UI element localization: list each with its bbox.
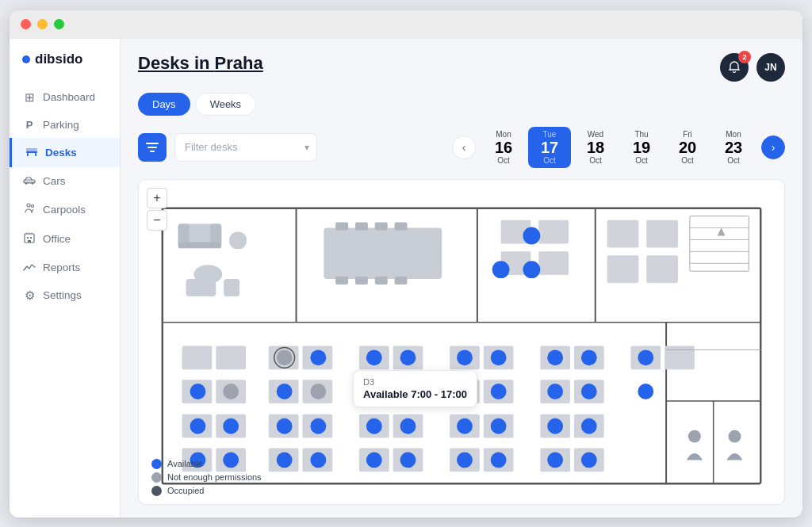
svg-point-129 (457, 418, 473, 433)
notification-button[interactable]: 2 (720, 53, 749, 82)
svg-rect-13 (146, 143, 159, 144)
legend-dot-available (151, 459, 162, 469)
date-cell-wed18[interactable]: Wed 18 Oct (574, 127, 617, 168)
prev-date-button[interactable]: ‹ (452, 136, 476, 159)
parking-icon: P (22, 119, 36, 131)
legend-label-occupied: Occupied (167, 486, 204, 495)
svg-point-109 (277, 349, 293, 365)
svg-point-6 (32, 182, 33, 184)
svg-rect-0 (26, 151, 37, 153)
sidebar-item-dashboard[interactable]: ⊞ Dashboard (10, 83, 120, 112)
svg-point-134 (581, 349, 597, 365)
sidebar-label-dashboard: Dashboard (43, 91, 95, 103)
svg-point-112 (310, 384, 326, 399)
sidebar-item-office[interactable]: Office (10, 224, 120, 254)
svg-point-99 (729, 430, 741, 442)
titlebar (10, 10, 802, 39)
maximize-btn[interactable] (54, 19, 64, 29)
logo-dot (22, 55, 30, 63)
legend-dot-occupied (151, 486, 162, 496)
svg-point-5 (25, 182, 27, 184)
zoom-out-button[interactable]: − (147, 210, 167, 231)
zoom-in-button[interactable]: + (147, 188, 167, 208)
svg-point-105 (190, 418, 206, 433)
svg-point-132 (491, 452, 507, 468)
legend-label-available: Available (167, 459, 202, 468)
desk-tooltip: D3 Available 7:00 - 17:00 (353, 370, 477, 407)
filter-select-wrapper[interactable]: Filter desks ▾ (174, 133, 317, 162)
svg-rect-50 (216, 346, 246, 369)
avatar: JN (756, 53, 785, 82)
svg-point-128 (491, 384, 507, 399)
svg-rect-35 (335, 277, 348, 285)
svg-point-106 (223, 418, 239, 433)
sidebar-item-settings[interactable]: ⚙ Settings (10, 281, 120, 310)
svg-rect-14 (147, 147, 157, 148)
close-btn[interactable] (21, 19, 31, 29)
tooltip-desk-id: D3 (363, 377, 467, 387)
svg-rect-91 (690, 216, 749, 270)
reports-icon (22, 261, 36, 274)
svg-point-8 (32, 204, 34, 207)
legend: Available Not enough permissions Occupie… (151, 459, 262, 496)
date-navigation: ‹ Mon 16 Oct Tue 17 Oct We (452, 127, 785, 168)
sidebar-item-cars[interactable]: Cars (10, 167, 120, 195)
sidebar-item-parking[interactable]: P Parking (10, 112, 120, 138)
filter-icon-button[interactable] (138, 133, 167, 162)
svg-point-100 (523, 227, 540, 244)
svg-rect-1 (27, 153, 29, 156)
floorplan-wrapper: + − (138, 179, 785, 505)
svg-rect-42 (646, 255, 678, 283)
date-cell-fri20[interactable]: Fri 20 Oct (666, 127, 709, 168)
sidebar-item-desks[interactable]: Desks (10, 138, 120, 167)
logo-text: dibsido (35, 52, 82, 67)
dashboard-icon: ⊞ (22, 90, 36, 105)
svg-point-98 (688, 430, 701, 442)
svg-point-136 (581, 384, 597, 399)
date-cell-mon16[interactable]: Mon 16 Oct (482, 127, 525, 168)
svg-point-133 (547, 349, 563, 365)
svg-rect-46 (538, 220, 569, 243)
sidebar-item-reports[interactable]: Reports (10, 254, 120, 281)
sidebar-item-carpools[interactable]: Carpools (10, 195, 120, 224)
svg-point-116 (310, 452, 326, 468)
sidebar-label-settings: Settings (43, 289, 82, 301)
svg-point-104 (223, 384, 239, 399)
next-date-button[interactable]: › (761, 136, 785, 159)
svg-point-122 (400, 418, 416, 433)
date-cell-tue17[interactable]: Tue 17 Oct (528, 127, 571, 168)
svg-rect-28 (229, 231, 247, 249)
date-cell-mon23[interactable]: Mon 23 Oct (712, 127, 755, 168)
minimize-btn[interactable] (37, 19, 48, 29)
svg-point-130 (491, 418, 507, 433)
sidebar: dibsido ⊞ Dashboard P Parking Desks C (10, 39, 121, 517)
svg-rect-30 (324, 227, 442, 279)
svg-rect-11 (30, 237, 32, 239)
svg-rect-27 (178, 242, 222, 248)
svg-rect-39 (607, 220, 639, 247)
legend-available: Available (151, 459, 262, 469)
svg-point-139 (547, 452, 563, 468)
notification-badge: 2 (738, 51, 751, 63)
svg-rect-3 (26, 148, 37, 151)
tab-days[interactable]: Days (138, 93, 190, 116)
svg-point-117 (366, 349, 382, 365)
svg-rect-10 (27, 237, 29, 239)
tab-weeks[interactable]: Weeks (195, 93, 257, 116)
svg-rect-34 (395, 222, 408, 230)
svg-point-141 (638, 349, 653, 365)
svg-marker-96 (718, 227, 726, 235)
sidebar-label-carpools: Carpools (43, 204, 86, 216)
filter-desks-select[interactable]: Filter desks (174, 133, 317, 162)
date-cell-thu19[interactable]: Thu 19 Oct (620, 127, 663, 168)
svg-rect-48 (538, 251, 569, 275)
legend-label-no-permission: Not enough permissions (167, 472, 262, 482)
controls-row: Filter desks ▾ ‹ Mon 16 Oct Tue (138, 127, 785, 168)
date-grid: Mon 16 Oct Tue 17 Oct Wed 18 Oct (482, 127, 755, 168)
header-right: 2 JN (720, 53, 785, 82)
svg-point-124 (400, 452, 416, 468)
legend-dot-no-permission (151, 472, 162, 483)
svg-point-110 (310, 349, 326, 365)
page-title: Desks in Praha (138, 53, 263, 74)
sidebar-label-desks: Desks (45, 147, 77, 158)
